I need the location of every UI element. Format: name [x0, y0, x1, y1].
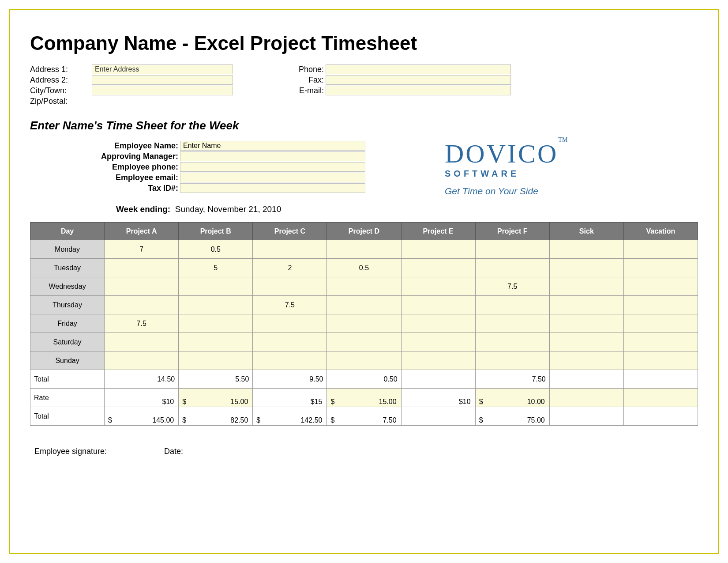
hours-cell[interactable] — [327, 351, 401, 370]
hours-cell[interactable] — [549, 314, 623, 333]
emp-email-input[interactable] — [180, 173, 365, 182]
hours-cell[interactable] — [623, 314, 698, 333]
column-header: Vacation — [623, 223, 698, 240]
hours-cell[interactable] — [623, 259, 698, 277]
emp-email-label: Employee email: — [83, 173, 180, 182]
total-cell: 9.50 — [253, 370, 327, 389]
hours-cell[interactable] — [623, 351, 698, 370]
hours-cell[interactable] — [549, 351, 623, 370]
taxid-input[interactable] — [180, 183, 365, 193]
hours-cell[interactable] — [549, 277, 623, 296]
hours-cell[interactable] — [253, 351, 327, 370]
hours-cell[interactable] — [179, 351, 253, 370]
hours-cell[interactable] — [327, 277, 401, 296]
week-ending-value: Sunday, November 21, 2010 — [175, 204, 281, 214]
rate-cell: $10 — [401, 389, 475, 407]
hours-cell[interactable] — [623, 333, 698, 351]
hours-cell[interactable] — [475, 296, 549, 314]
rate-cell[interactable]: $15.00 — [327, 389, 401, 407]
column-header: Sick — [549, 223, 623, 240]
hours-cell[interactable] — [401, 296, 475, 314]
hours-cell[interactable] — [179, 296, 253, 314]
hours-cell[interactable] — [623, 240, 698, 259]
emp-name-input[interactable] — [180, 141, 365, 151]
emp-phone-input[interactable] — [180, 162, 365, 172]
hours-cell[interactable] — [105, 277, 179, 296]
address2-input[interactable] — [92, 75, 233, 85]
manager-input[interactable] — [180, 151, 365, 161]
hours-cell[interactable] — [401, 314, 475, 333]
hours-cell[interactable] — [179, 277, 253, 296]
hours-cell[interactable] — [179, 333, 253, 351]
hours-cell[interactable] — [327, 296, 401, 314]
column-header: Project E — [401, 223, 475, 240]
rate-cell[interactable] — [549, 389, 623, 407]
total-cell: 7.50 — [475, 370, 549, 389]
hours-cell[interactable] — [401, 259, 475, 277]
hours-cell[interactable] — [401, 277, 475, 296]
rate-cell[interactable]: $15.00 — [179, 389, 253, 407]
day-cell: Thursday — [30, 296, 105, 314]
hours-cell[interactable] — [253, 333, 327, 351]
hours-cell[interactable] — [475, 240, 549, 259]
hours-cell[interactable]: 5 — [179, 259, 253, 277]
employee-block: Employee Name: Approving Manager: Employ… — [30, 140, 698, 196]
week-ending-label: Week ending: — [116, 204, 170, 214]
hours-cell[interactable]: 7.5 — [105, 314, 179, 333]
fax-input[interactable] — [326, 75, 511, 85]
hours-cell[interactable] — [475, 351, 549, 370]
signature-row: Employee signature: Date: — [30, 447, 698, 456]
hours-cell[interactable]: 2 — [253, 259, 327, 277]
hours-cell[interactable] — [105, 333, 179, 351]
hours-cell[interactable] — [105, 296, 179, 314]
day-cell: Sunday — [30, 351, 105, 370]
rate-cell[interactable]: $10.00 — [475, 389, 549, 407]
line-total-cell — [623, 407, 698, 426]
column-header: Project A — [105, 223, 179, 240]
employee-fields: Employee Name: Approving Manager: Employ… — [83, 140, 365, 193]
hours-cell[interactable] — [475, 333, 549, 351]
line-total-row: Total$145.00$82.50$142.50$7.50$75.00 — [30, 407, 698, 426]
hours-cell[interactable] — [623, 277, 698, 296]
hours-cell[interactable] — [105, 351, 179, 370]
hours-cell[interactable] — [253, 314, 327, 333]
city-label: City/Town: — [30, 86, 92, 95]
hours-cell[interactable] — [623, 296, 698, 314]
city-input[interactable] — [92, 86, 233, 95]
hours-cell[interactable] — [549, 333, 623, 351]
hours-cell[interactable]: 0.5 — [327, 259, 401, 277]
column-header: Project B — [179, 223, 253, 240]
hours-cell[interactable] — [253, 277, 327, 296]
hours-cell[interactable]: 7.5 — [253, 296, 327, 314]
hours-cell[interactable] — [475, 314, 549, 333]
hours-cell[interactable] — [327, 240, 401, 259]
hours-cell[interactable] — [549, 259, 623, 277]
hours-cell[interactable]: 0.5 — [179, 240, 253, 259]
hours-cell[interactable] — [549, 296, 623, 314]
document-frame: Company Name - Excel Project Timesheet A… — [9, 9, 719, 554]
hours-cell[interactable] — [327, 333, 401, 351]
hours-cell[interactable] — [549, 240, 623, 259]
hours-cell[interactable] — [105, 259, 179, 277]
address1-label: Address 1: — [30, 65, 92, 74]
hours-cell[interactable] — [401, 333, 475, 351]
phone-label: Phone: — [286, 65, 326, 74]
rate-cell[interactable] — [623, 389, 698, 407]
email-input[interactable] — [326, 86, 511, 95]
total-cell: 0.50 — [327, 370, 401, 389]
total-cell: 14.50 — [105, 370, 179, 389]
rate-cell: $15 — [253, 389, 327, 407]
hours-cell[interactable] — [401, 351, 475, 370]
manager-label: Approving Manager: — [83, 152, 180, 161]
hours-cell[interactable] — [179, 314, 253, 333]
hours-cell[interactable] — [253, 240, 327, 259]
total-cell — [549, 370, 623, 389]
line-total-cell: $75.00 — [475, 407, 549, 426]
hours-cell[interactable] — [401, 240, 475, 259]
address1-input[interactable] — [92, 64, 233, 74]
phone-input[interactable] — [326, 64, 511, 74]
hours-cell[interactable]: 7 — [105, 240, 179, 259]
hours-cell[interactable] — [327, 314, 401, 333]
hours-cell[interactable]: 7.5 — [475, 277, 549, 296]
hours-cell[interactable] — [475, 259, 549, 277]
